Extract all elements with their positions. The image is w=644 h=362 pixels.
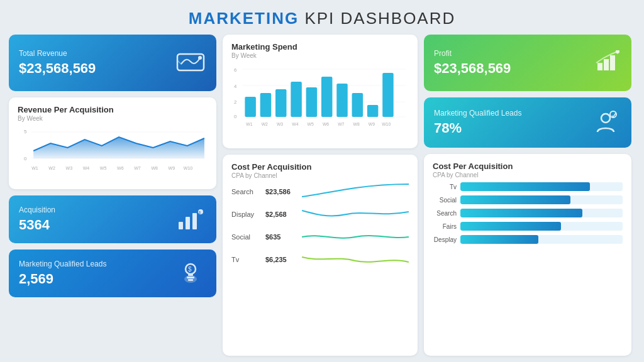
svg-text:W3: W3	[66, 166, 73, 170]
bar-social-label: Social	[433, 197, 457, 204]
svg-text:W9: W9	[369, 122, 375, 126]
cpa-subtitle: CPA by Channel	[231, 172, 409, 179]
svg-rect-16	[179, 222, 183, 229]
revenue-per-acquisition-card: Revenue Per Acquisition By Week 5 0	[9, 97, 216, 189]
bar-tv-track	[460, 182, 623, 191]
mql-right-value: 78%	[434, 120, 521, 136]
mql-right-icon	[590, 107, 621, 138]
ms-subtitle: By Week	[231, 52, 409, 59]
svg-text:W5: W5	[100, 166, 107, 170]
svg-rect-43	[367, 105, 379, 117]
acquisition-value: 5364	[19, 217, 55, 233]
svg-rect-38	[291, 82, 302, 117]
svg-rect-39	[306, 87, 318, 117]
svg-text:6: 6	[234, 67, 237, 73]
cpa-right-title: Cost Per Acquisition	[433, 162, 623, 171]
acquisition-label: Acquisition	[19, 206, 55, 214]
svg-rect-26	[188, 279, 193, 281]
svg-rect-24	[188, 274, 193, 276]
bar-row-search: Search	[433, 209, 623, 217]
bar-row-fairs: Fairs	[433, 222, 623, 231]
cpa-tv-label: Tv	[231, 256, 262, 263]
profit-icon	[590, 47, 621, 79]
total-revenue-card: Total Revenue $23,568,569	[9, 35, 216, 91]
left-column: Total Revenue $23,568,569 Revenue Per Ac…	[9, 35, 216, 356]
cpa-row-tv: Tv $6,235	[231, 251, 409, 268]
cpa-display-value: $2,568	[265, 211, 298, 218]
bar-social-track	[460, 195, 623, 204]
svg-rect-35	[245, 97, 256, 117]
bar-desplay-label: Desplay	[433, 236, 457, 243]
svg-text:W1: W1	[246, 122, 252, 126]
cpa-right-subtitle: CPA by Channel	[433, 172, 623, 178]
cpa-tv-sparkline	[302, 251, 409, 268]
svg-text:W8: W8	[151, 166, 158, 170]
right-column: Profit $23,568,569 Marketing Qualified L…	[424, 35, 631, 356]
svg-text:2: 2	[234, 99, 236, 105]
svg-rect-37	[275, 89, 287, 117]
total-revenue-label: Total Revenue	[19, 49, 96, 58]
bar-row-desplay: Desplay	[433, 235, 623, 244]
svg-text:W3: W3	[277, 122, 283, 126]
svg-rect-44	[382, 73, 394, 117]
svg-text:W10: W10	[382, 122, 391, 126]
dashboard: Total Revenue $23,568,569 Revenue Per Ac…	[0, 35, 644, 362]
svg-rect-40	[321, 77, 333, 117]
cpa-right-card: Cost Per Acquisition CPA by Channel Tv S…	[424, 154, 631, 356]
cpa-row-social: Social $635	[231, 228, 409, 246]
total-revenue-value: $23,568,569	[19, 60, 96, 77]
cpa-row-search: Search $23,586	[231, 183, 409, 200]
bar-tv-label: Tv	[433, 184, 457, 190]
mql-left-card: Marketing Qualified Leads 2,569 $	[9, 250, 216, 297]
mql-left-value: 2,569	[19, 271, 106, 287]
svg-text:W6: W6	[117, 166, 124, 170]
page-title: MARKETING KPI DASHBOARD	[189, 0, 456, 35]
acquisition-card: Acquisition 5364 $	[9, 195, 216, 243]
svg-rect-18	[192, 213, 197, 229]
svg-rect-36	[260, 93, 272, 117]
cpa-search-value: $23,586	[265, 188, 298, 195]
revenue-icon	[175, 47, 206, 79]
profit-card: Profit $23,568,569	[424, 35, 631, 91]
svg-text:0: 0	[234, 114, 237, 119]
mql-left-icon: $	[175, 258, 206, 289]
svg-rect-41	[336, 84, 348, 117]
rpa-title: Revenue Per Acquisition	[18, 105, 208, 114]
bar-fairs-track	[460, 222, 623, 231]
rpa-chart: 5 0 W1 W2 W3 W4 W5	[18, 126, 208, 179]
bar-tv-fill	[460, 182, 590, 191]
svg-rect-42	[352, 93, 364, 117]
cpa-search-sparkline	[302, 183, 409, 200]
ms-title: Marketing Spend	[231, 42, 409, 52]
cpa-display-label: Display	[231, 211, 262, 218]
svg-text:W4: W4	[83, 166, 90, 170]
cpa-social-value: $635	[265, 233, 298, 241]
cpa-display-sparkline	[302, 206, 409, 223]
svg-text:$: $	[188, 266, 192, 273]
cpa-card: Cost Per Acquisition CPA by Channel Sear…	[223, 155, 418, 356]
svg-text:W7: W7	[338, 122, 344, 126]
svg-text:W4: W4	[292, 122, 298, 126]
bar-row-social: Social	[433, 195, 623, 204]
svg-rect-25	[187, 277, 194, 278]
marketing-spend-card: Marketing Spend By Week 6 4 2 0	[223, 35, 418, 148]
mql-left-label: Marketing Qualified Leads	[19, 260, 106, 268]
svg-text:0: 0	[24, 156, 27, 162]
svg-point-56	[601, 114, 610, 123]
svg-text:4: 4	[234, 84, 237, 89]
cpa-tv-value: $6,235	[265, 256, 298, 263]
cpa-search-label: Search	[231, 188, 262, 195]
acquisition-icon: $	[175, 204, 206, 235]
svg-rect-17	[186, 217, 190, 229]
svg-text:5: 5	[24, 129, 27, 134]
svg-text:W7: W7	[134, 166, 141, 170]
middle-column: Marketing Spend By Week 6 4 2 0	[223, 35, 418, 356]
bar-social-fill	[460, 195, 570, 204]
bar-search-fill	[460, 209, 582, 217]
bar-row-tv: Tv	[433, 182, 623, 191]
cpa-social-label: Social	[231, 233, 262, 241]
cpa-title: Cost Per Acquisition	[231, 162, 409, 172]
svg-text:W10: W10	[184, 166, 193, 170]
ms-chart: 6 4 2 0 W1 W2	[231, 63, 409, 138]
bar-fairs-label: Fairs	[433, 223, 457, 230]
